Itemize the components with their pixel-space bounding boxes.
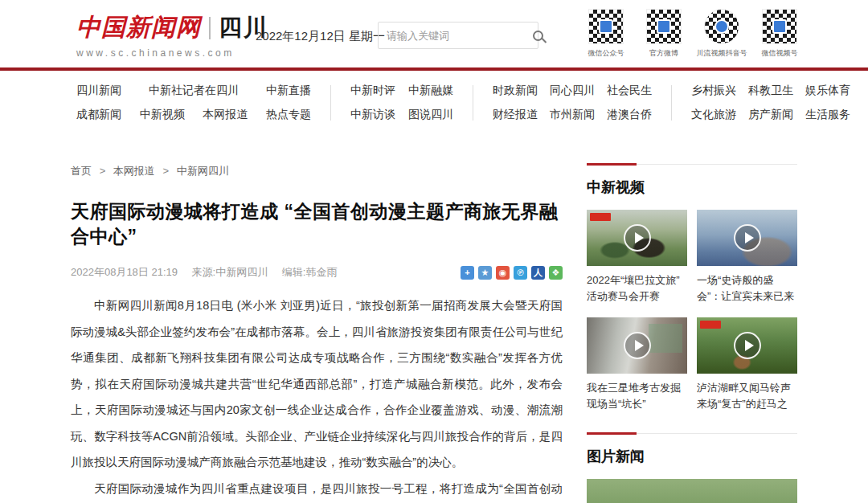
nav-item[interactable]: 同心四川 — [550, 84, 595, 98]
site-url: www.sc.chinanews.com — [76, 47, 268, 59]
nav-item[interactable]: 中新融媒 — [408, 84, 453, 98]
article-source: 来源:中新网四川 — [192, 266, 268, 278]
photo-section-title: 图片新闻 — [587, 447, 797, 466]
breadcrumb-home[interactable]: 首页 — [71, 165, 92, 177]
share-more-icon[interactable]: + — [461, 266, 474, 280]
play-icon[interactable] — [734, 224, 761, 251]
article-paragraph: 天府国际动漫城作为四川省重点建设项目，是四川旅投一号工程，将打造成为“全国首创动… — [71, 476, 563, 503]
share-bar: + ★ ◉ ℗ 人 ❖ — [461, 266, 563, 280]
nav-item[interactable]: 市州新闻 — [550, 108, 595, 122]
nav-divider — [473, 85, 473, 121]
nav-item[interactable]: 四川新闻 — [76, 84, 121, 98]
article-title: 天府国际动漫城将打造成 “全国首创动漫主题产商旅无界融合中心” — [71, 199, 563, 249]
qr-label: 微信视频号 — [762, 48, 798, 59]
sidebar: 中新视频 2022年“壤巴拉文旅”活动赛马会开赛 一场“史诗般的盛会”：让宜宾未… — [587, 164, 797, 503]
favorite-star-icon[interactable]: ★ — [478, 266, 492, 280]
video-news-section: 中新视频 2022年“壤巴拉文旅”活动赛马会开赛 一场“史诗般的盛会”：让宜宾未… — [587, 164, 797, 412]
nav-group-2: 中新时评 中新融媒 中新访谈 图说四川 — [350, 84, 453, 122]
nav-item[interactable]: 港澳台侨 — [607, 108, 652, 122]
article-date: 2022年08月18日 21:19 — [71, 266, 178, 278]
qr-code-group: 微信公众号 官方微博 川流视频抖音号 微信视频号 — [585, 9, 800, 59]
play-icon[interactable] — [624, 224, 651, 251]
play-icon[interactable] — [734, 332, 761, 359]
play-icon[interactable] — [624, 332, 651, 359]
search-box[interactable] — [378, 22, 538, 49]
qr-wechat-channels: 微信视频号 — [759, 9, 800, 59]
qr-label: 川流视频抖音号 — [697, 48, 747, 59]
nav-item[interactable]: 财经报道 — [493, 108, 538, 122]
video-thumbnail[interactable] — [587, 317, 687, 374]
video-caption[interactable]: 2022年“壤巴拉文旅”活动赛马会开赛 — [587, 272, 687, 305]
nav-item[interactable]: 时政新闻 — [493, 84, 538, 98]
wechat-icon[interactable]: ❖ — [549, 266, 563, 280]
header-date: 2022年12月12日 星期一 — [256, 29, 385, 44]
main-content: 首页 > 本网报道 > 中新网四川 天府国际动漫城将打造成 “全国首创动漫主题产… — [71, 164, 868, 503]
tencent-weibo-icon[interactable]: ℗ — [514, 266, 527, 280]
video-card[interactable]: 泸沽湖畔又闻马铃声 来场“复古”的赶马之行 — [697, 317, 797, 412]
nav-item[interactable]: 图说四川 — [408, 108, 453, 122]
breadcrumb-current[interactable]: 中新网四川 — [177, 165, 229, 177]
video-caption[interactable]: 一场“史诗般的盛会”：让宜宾未来已来 — [697, 272, 797, 305]
article-column: 首页 > 本网报道 > 中新网四川 天府国际动漫城将打造成 “全国首创动漫主题产… — [71, 164, 563, 503]
article-paragraph: 中新网四川新闻8月18日电 (米小米 刘亚男)近日，“旅投创新第一届招商发展大会… — [71, 292, 563, 476]
channel-badge — [590, 213, 611, 221]
sina-weibo-icon[interactable]: ◉ — [496, 266, 510, 280]
breadcrumb: 首页 > 本网报道 > 中新网四川 — [71, 164, 563, 178]
video-caption[interactable]: 我在三星堆考古发掘现场当“坑长” — [587, 380, 687, 412]
video-card[interactable]: 我在三星堆考古发掘现场当“坑长” — [587, 317, 687, 412]
nav-item[interactable]: 社会民生 — [607, 84, 652, 98]
video-card[interactable]: 2022年“壤巴拉文旅”活动赛马会开赛 — [587, 210, 687, 305]
logo-brand-text: 中国新闻网 — [76, 11, 201, 44]
video-caption[interactable]: 泸沽湖畔又闻马铃声 来场“复古”的赶马之行 — [697, 380, 797, 412]
logo-divider — [209, 17, 211, 39]
nav-item[interactable]: 中新视频 — [140, 108, 185, 122]
nav-item[interactable]: 中新直播 — [266, 84, 311, 98]
channel-badge — [700, 321, 721, 329]
qr-code-image — [762, 9, 797, 44]
nav-item[interactable]: 文化旅游 — [691, 108, 736, 122]
video-grid: 2022年“壤巴拉文旅”活动赛马会开赛 一场“史诗般的盛会”：让宜宾未来已来 我… — [587, 210, 797, 412]
video-card[interactable]: 一场“史诗般的盛会”：让宜宾未来已来 — [697, 210, 797, 305]
article-body: 中新网四川新闻8月18日电 (米小米 刘亚男)近日，“旅投创新第一届招商发展大会… — [71, 292, 563, 503]
qr-weibo-official: 官方微博 — [643, 9, 685, 59]
nav-item[interactable]: 娱乐体育 — [805, 84, 850, 98]
article-meta-row: 2022年08月18日 21:19 来源:中新网四川 编辑:韩金雨 + ★ ◉ … — [71, 265, 563, 280]
video-thumbnail[interactable] — [697, 317, 797, 374]
qr-wechat-official: 微信公众号 — [585, 9, 627, 59]
video-section-title: 中新视频 — [587, 178, 797, 197]
nav-item[interactable]: 中新访谈 — [350, 108, 395, 122]
renren-icon[interactable]: 人 — [531, 266, 545, 280]
article-editor: 编辑:韩金雨 — [282, 266, 338, 278]
photo-news-section: 图片新闻 — [587, 433, 797, 503]
nav-group-4: 乡村振兴 科教卫生 娱乐体育 文化旅游 房产新闻 生活服务 — [691, 84, 850, 122]
site-header: 中国新闻网 四川 www.sc.chinanews.com 2022年12月12… — [0, 0, 868, 67]
nav-item[interactable]: 科教卫生 — [748, 84, 793, 98]
nav-group-1: 四川新闻 中新社记者在四川 中新直播 成都新闻 中新视频 本网报道 热点专题 — [76, 84, 311, 122]
nav-item[interactable]: 生活服务 — [805, 108, 850, 122]
qr-label: 官方微博 — [649, 48, 678, 59]
article-meta: 2022年08月18日 21:19 来源:中新网四川 编辑:韩金雨 — [71, 265, 348, 280]
nav-item[interactable]: 热点专题 — [266, 108, 311, 122]
main-nav: 四川新闻 中新社记者在四川 中新直播 成都新闻 中新视频 本网报道 热点专题 中… — [0, 71, 868, 133]
search-icon[interactable] — [533, 31, 543, 41]
qr-code-image — [646, 9, 682, 44]
qr-douyin: 川流视频抖音号 — [701, 9, 743, 59]
search-input[interactable] — [387, 30, 528, 42]
nav-group-3: 时政新闻 同心四川 社会民生 财经报道 市州新闻 港澳台侨 — [493, 84, 652, 122]
nav-item[interactable]: 本网报道 — [203, 108, 248, 122]
nav-item[interactable]: 乡村振兴 — [691, 84, 736, 98]
qr-code-image — [704, 9, 739, 44]
site-logo[interactable]: 中国新闻网 四川 www.sc.chinanews.com — [76, 11, 268, 59]
video-thumbnail[interactable] — [697, 210, 797, 266]
news-photo-village[interactable] — [587, 479, 797, 503]
breadcrumb-section[interactable]: 本网报道 — [113, 165, 155, 177]
qr-code-image — [588, 9, 624, 44]
nav-item[interactable]: 中新社记者在四川 — [149, 84, 239, 98]
nav-item[interactable]: 房产新闻 — [748, 108, 793, 122]
nav-item[interactable]: 中新时评 — [350, 84, 395, 98]
nav-item[interactable]: 成都新闻 — [76, 108, 121, 122]
nav-divider — [671, 85, 672, 121]
video-thumbnail[interactable] — [587, 210, 687, 266]
breadcrumb-separator: > — [100, 165, 106, 177]
breadcrumb-separator: > — [162, 165, 169, 177]
